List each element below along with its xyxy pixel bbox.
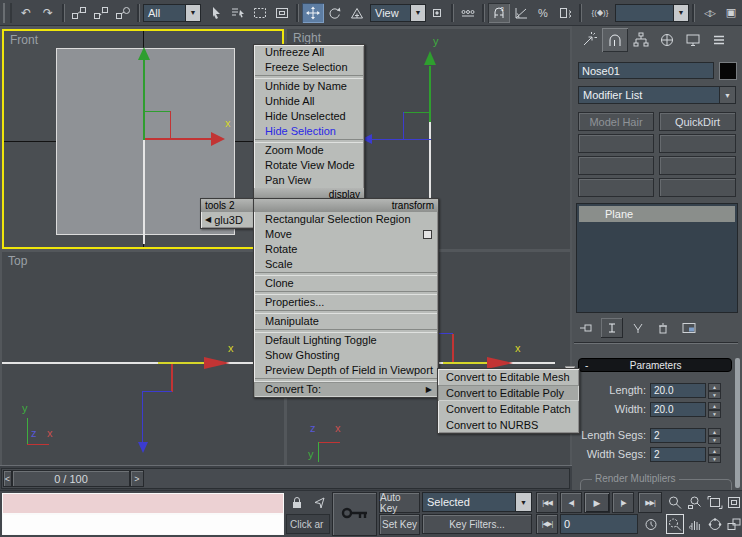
set-keys-button[interactable]: [332, 492, 377, 536]
menu-item-convert-editable-patch[interactable]: Convert to Editable Patch: [438, 401, 579, 417]
pin-stack-icon[interactable]: [576, 318, 596, 338]
tab-create[interactable]: [576, 28, 602, 52]
make-unique-icon[interactable]: [628, 318, 648, 338]
menu-item-move[interactable]: Move: [254, 227, 438, 242]
viewport-top-label[interactable]: Top: [8, 254, 27, 268]
viewport-front-label[interactable]: Front: [10, 33, 38, 47]
zoom-extents-icon[interactable]: [706, 492, 724, 513]
percent-snap-toggle-icon[interactable]: %: [532, 3, 554, 23]
menu-item-scale[interactable]: Scale: [254, 257, 438, 272]
menu-item-unhide-by-name[interactable]: Unhide by Name: [254, 79, 364, 94]
key-filters-button[interactable]: Key Filters...: [422, 514, 532, 534]
menu-item-preview-depth-of-field[interactable]: Preview Depth of Field in Viewport: [254, 363, 438, 378]
transform-type-in-cursor-icon[interactable]: [310, 493, 328, 511]
zoom-all-icon[interactable]: [686, 492, 704, 513]
region-zoom-icon[interactable]: [666, 514, 684, 534]
auto-key-button[interactable]: Auto Key: [379, 492, 420, 513]
length-segs-spinner[interactable]: ▲▼: [708, 428, 721, 443]
rectangular-selection-region-icon[interactable]: [249, 3, 271, 23]
show-end-result-icon[interactable]: [601, 318, 623, 338]
align-icon[interactable]: ▣: [720, 3, 742, 23]
parameters-rollout-header[interactable]: - Parameters: [578, 358, 732, 372]
menu-item-hide-selection[interactable]: Hide Selection: [254, 124, 364, 139]
length-field[interactable]: 20.0: [650, 383, 706, 398]
redo-icon[interactable]: ↷: [37, 3, 59, 23]
dropdown-arrow-icon[interactable]: ▼: [515, 493, 531, 511]
menu-item-glu3d[interactable]: ◀ glu3D: [201, 212, 255, 228]
gizmo-x-axis-selected[interactable]: [443, 362, 487, 364]
previous-frame-button[interactable]: ◀|: [560, 492, 582, 513]
dropdown-arrow-icon[interactable]: ▼: [719, 87, 735, 103]
length-spinner[interactable]: ▲▼: [708, 383, 721, 398]
play-button[interactable]: ▶: [584, 492, 610, 513]
snaps-toggle-3d-icon[interactable]: 3: [488, 3, 510, 23]
spinner-down-icon[interactable]: ▼: [708, 455, 721, 463]
configure-modifier-sets-icon[interactable]: [678, 318, 700, 338]
menu-item-unhide-all[interactable]: Unhide All: [254, 94, 364, 109]
gizmo-x-axis-selected[interactable]: [158, 362, 204, 364]
gizmo-plane-handle[interactable]: [143, 111, 171, 112]
menu-item-manipulate[interactable]: Manipulate: [254, 314, 438, 329]
gizmo-y-axis[interactable]: [143, 60, 145, 140]
width-field[interactable]: 20.0: [650, 402, 706, 417]
mirror-icon[interactable]: ◁▷: [698, 3, 720, 23]
modifier-button-quickdirt[interactable]: QuickDirt: [659, 112, 736, 131]
menu-item-convert-editable-mesh[interactable]: Convert to Editable Mesh: [438, 369, 579, 385]
dropdown-arrow-icon[interactable]: ▼: [410, 5, 425, 21]
pan-hand-icon[interactable]: [686, 514, 704, 534]
spinner-up-icon[interactable]: ▲: [708, 383, 721, 391]
macro-recorder-line[interactable]: [2, 493, 284, 514]
select-object-icon[interactable]: [205, 3, 227, 23]
select-and-rotate-icon[interactable]: [324, 3, 346, 23]
select-by-name-icon[interactable]: [227, 3, 249, 23]
gizmo-z-axis[interactable]: [371, 139, 431, 140]
next-frame-button[interactable]: |▶: [612, 492, 634, 513]
named-selection-dropdown[interactable]: ▼: [615, 4, 689, 22]
modifier-stack-list[interactable]: Plane: [576, 203, 738, 313]
menu-item-zoom-mode[interactable]: Zoom Mode: [254, 143, 364, 158]
menu-item-pan-view[interactable]: Pan View: [254, 173, 364, 188]
dropdown-arrow-icon[interactable]: ▼: [185, 5, 200, 21]
rollout-collapse-icon[interactable]: -: [579, 360, 594, 371]
menu-item-rectangular-selection-region[interactable]: Rectangular Selection Region: [254, 212, 438, 227]
time-slider-next-button[interactable]: >: [130, 470, 144, 487]
zoom-icon[interactable]: [666, 492, 684, 513]
modifier-button-empty[interactable]: [578, 134, 654, 153]
modifier-button-empty[interactable]: [578, 178, 654, 197]
width-spinner[interactable]: ▲▼: [708, 402, 721, 417]
modifier-list-dropdown[interactable]: Modifier List ▼: [578, 86, 736, 104]
spinner-down-icon[interactable]: ▼: [708, 410, 721, 418]
modifier-button-empty[interactable]: [659, 156, 736, 175]
dropdown-arrow-icon[interactable]: ▼: [673, 5, 688, 21]
select-and-manipulate-icon[interactable]: [457, 3, 479, 23]
set-key-button[interactable]: Set Key: [379, 514, 420, 535]
viewport-right-label[interactable]: Right: [293, 31, 321, 45]
modifier-button-empty[interactable]: [659, 134, 736, 153]
time-slider-track[interactable]: < 0 / 100 >: [1, 468, 570, 489]
zoom-extents-all-icon[interactable]: [726, 492, 742, 513]
min-max-toggle-icon[interactable]: [726, 514, 742, 534]
remove-modifier-icon[interactable]: [653, 318, 673, 338]
spinner-down-icon[interactable]: ▼: [708, 436, 721, 444]
go-to-end-button[interactable]: ▶▶|: [638, 492, 662, 513]
move-settings-icon[interactable]: [423, 230, 432, 239]
width-segs-field[interactable]: 2: [650, 447, 706, 462]
tab-modify[interactable]: [602, 28, 628, 52]
spinner-up-icon[interactable]: ▲: [708, 402, 721, 410]
gizmo-y-axis[interactable]: [429, 66, 431, 122]
use-center-icon[interactable]: [426, 3, 448, 23]
select-and-scale-icon[interactable]: [346, 3, 368, 23]
time-slider-prev-button[interactable]: <: [3, 470, 12, 487]
menu-item-unfreeze-all[interactable]: Unfreeze All: [254, 45, 364, 60]
menu-item-clone[interactable]: Clone: [254, 276, 438, 291]
toolbar-grip[interactable]: [3, 3, 12, 23]
viewport-top[interactable]: Top x y x z: [2, 252, 284, 465]
modifier-button-empty[interactable]: [578, 156, 654, 175]
window-crossing-icon[interactable]: [271, 3, 293, 23]
menu-item-convert-to[interactable]: Convert To:▶: [254, 382, 438, 397]
spinner-down-icon[interactable]: ▼: [708, 391, 721, 399]
angle-snap-toggle-icon[interactable]: [510, 3, 532, 23]
length-segs-field[interactable]: 2: [650, 428, 706, 443]
modifier-button-empty[interactable]: [659, 178, 736, 197]
select-and-link-icon[interactable]: [68, 3, 90, 23]
